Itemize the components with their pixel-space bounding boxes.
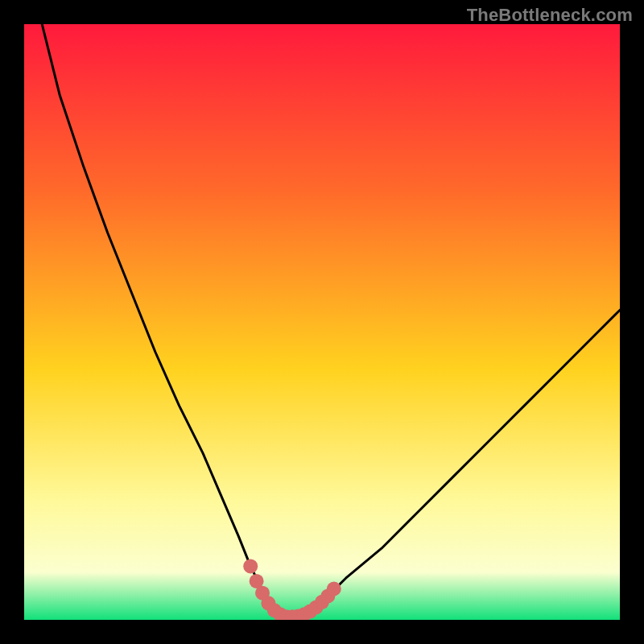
- trough-marker: [327, 582, 341, 597]
- watermark-text: TheBottleneck.com: [467, 5, 633, 26]
- plot-area: [24, 24, 620, 620]
- chart-svg: [24, 24, 620, 620]
- gradient-background: [24, 24, 620, 620]
- chart-frame: TheBottleneck.com: [0, 0, 644, 644]
- trough-marker: [243, 559, 258, 573]
